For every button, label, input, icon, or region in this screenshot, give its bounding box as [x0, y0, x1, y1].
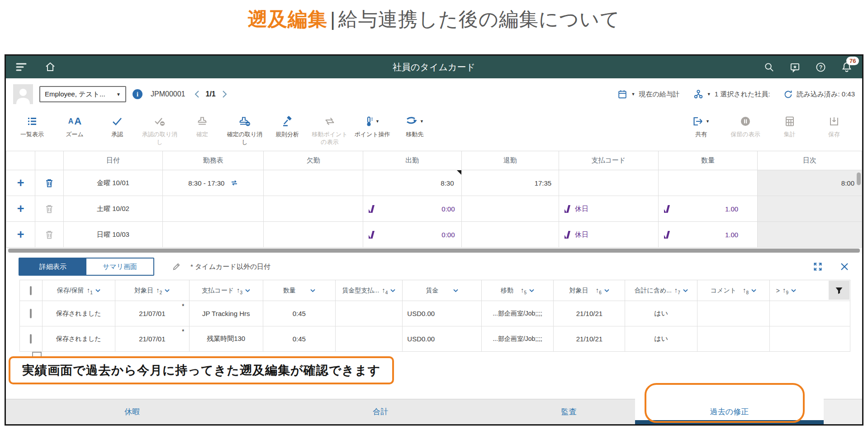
toolbar-item-totalize[interactable]: 集計 — [769, 115, 811, 139]
delete-row-button[interactable] — [35, 170, 63, 196]
selection-control[interactable]: ▼ 1 選択された社員: — [693, 89, 770, 99]
delete-row-button[interactable] — [35, 196, 63, 222]
vertical-scrollbar-thumb[interactable] — [857, 172, 861, 185]
toolbar-item-rule-analysis[interactable]: 規則分析 — [267, 115, 307, 139]
cell-paycode[interactable]: 休日 — [559, 222, 658, 248]
tab-totals[interactable]: 合計 — [258, 399, 503, 424]
chevron-down-icon[interactable] — [95, 289, 100, 292]
employee-selector[interactable]: Employee, テスト... ▼ — [39, 86, 126, 102]
col-quantity[interactable]: 数量 — [263, 280, 335, 301]
cell-paycode[interactable] — [559, 170, 658, 196]
tab-summary-view[interactable]: サマリ画面 — [86, 259, 153, 275]
cell-quantity[interactable]: 1.00 — [658, 222, 757, 248]
title-rest: 給与連携した後の編集について — [338, 8, 620, 30]
home-icon[interactable] — [45, 62, 56, 72]
close-icon[interactable] — [840, 263, 849, 271]
chevron-down-icon[interactable] — [310, 289, 315, 292]
row-checkbox[interactable] — [30, 309, 32, 318]
menu-icon[interactable] — [16, 62, 28, 72]
tab-audit[interactable]: 監査 — [503, 399, 635, 424]
filter-button[interactable] — [829, 281, 849, 300]
chevron-down-icon[interactable] — [791, 289, 796, 292]
cell-transfer: ...部企画室/Job;;;; — [481, 301, 554, 326]
col-comment[interactable]: コメント↑8 — [697, 280, 770, 301]
refresh-status[interactable]: 読み込み済み: 0:43 — [783, 90, 855, 99]
cell-date[interactable]: 土曜 10/02 — [63, 196, 162, 222]
chevron-down-icon[interactable] — [453, 289, 458, 292]
pager-prev-icon[interactable] — [194, 91, 199, 98]
chevron-down-icon[interactable] — [683, 289, 688, 292]
cell-date[interactable]: 日曜 10/03 — [63, 222, 162, 248]
correction-row: 保存されました 21/07/01* 残業時間130 0:45 USD0.00 .… — [20, 326, 850, 352]
col-transfer[interactable]: 移動↑5 — [481, 280, 554, 301]
toolbar-item-show-holds[interactable]: 保留の表示 — [725, 115, 766, 139]
info-icon[interactable]: i — [133, 89, 142, 99]
col-paycode[interactable]: 支払コード↑3 — [189, 280, 263, 301]
cell-absence[interactable] — [264, 196, 363, 222]
cell-absence[interactable] — [264, 222, 363, 248]
toolbar-item-remove-approval[interactable]: 承認の取り消し — [140, 115, 180, 146]
horizontal-scrollbar-thumb[interactable] — [8, 249, 860, 253]
cell-in[interactable]: 8:30 — [363, 170, 461, 196]
toolbar-item-point-operations[interactable]: ▼ ポイント操作 — [352, 115, 392, 139]
col-include-in-totals[interactable]: 合計に含め...↑7 — [625, 280, 697, 301]
cell-date[interactable]: 金曜 10/01 — [63, 170, 162, 196]
cell-quantity[interactable]: 1.00 — [658, 196, 757, 222]
chevron-down-icon[interactable] — [245, 289, 250, 292]
add-row-button[interactable]: + — [6, 196, 35, 222]
col-target-date-2[interactable]: 対象日↑6 — [554, 280, 625, 301]
chevron-down-icon[interactable] — [604, 289, 609, 292]
cell-schedule[interactable] — [163, 222, 264, 248]
select-all-checkbox[interactable] — [30, 286, 32, 295]
cell-target-date: 21/07/01* — [115, 326, 189, 352]
add-row-button[interactable]: + — [6, 222, 35, 248]
cell-paycode[interactable]: 休日 — [559, 196, 658, 222]
tab-vacation[interactable]: 休暇 — [6, 399, 258, 424]
timecard-row: + 日曜 10/03 0:00 休日 1.00 — [6, 222, 862, 248]
save-icon — [829, 115, 840, 128]
toolbar-item-show-move-points[interactable]: 移動ポイントの表示 — [310, 115, 350, 146]
cell-out[interactable]: 17:35 — [461, 170, 559, 196]
cell-schedule[interactable]: 8:30 - 17:30 — [163, 170, 264, 196]
chevron-down-icon[interactable] — [390, 289, 395, 292]
feedback-icon[interactable] — [790, 62, 800, 72]
horizontal-scrollbar[interactable] — [6, 248, 862, 254]
notifications-bell-icon[interactable]: 76 — [841, 62, 852, 72]
col-wage-type[interactable]: 賃金型支払...↑4 — [335, 280, 403, 301]
period-selector[interactable]: ▼ 現在の給与計 — [617, 89, 679, 99]
col-wage[interactable]: 賃金 — [403, 280, 481, 301]
cell-out[interactable] — [461, 196, 559, 222]
col-target-date[interactable]: 対象日↑2 — [115, 280, 189, 301]
chevron-down-icon[interactable] — [165, 289, 170, 292]
row-checkbox[interactable] — [30, 334, 32, 344]
help-icon[interactable]: ? — [816, 62, 826, 72]
search-icon[interactable] — [764, 62, 774, 72]
col-status[interactable]: 保存/保留↑1 — [42, 280, 115, 301]
cell-out[interactable] — [461, 222, 559, 248]
cell-quantity[interactable] — [658, 170, 757, 196]
cell-absence[interactable] — [264, 170, 363, 196]
chevron-down-icon[interactable] — [751, 289, 756, 292]
delete-row-button[interactable] — [35, 222, 63, 248]
tab-detail-view[interactable]: 詳細表示 — [19, 259, 86, 275]
delete-column-header — [35, 151, 63, 170]
toolbar-item-approve[interactable]: 承認 — [97, 115, 137, 139]
pause-circle-icon — [740, 115, 751, 128]
avatar — [13, 84, 33, 104]
toolbar-item-save[interactable]: 保存 — [813, 115, 855, 139]
cell-in[interactable]: 0:00 — [363, 222, 461, 248]
expand-icon[interactable] — [813, 262, 822, 271]
cell-in[interactable]: 0:00 — [363, 196, 461, 222]
toolbar-item-signoff[interactable]: 確定 — [182, 115, 222, 139]
toolbar-item-remove-signoff[interactable]: 確定の取り消し — [225, 115, 265, 146]
cell-schedule[interactable] — [163, 196, 264, 222]
toolbar-item-list-view[interactable]: 一覧表示 — [12, 115, 52, 139]
toolbar-item-move-to[interactable]: ▼ 移動先 — [395, 115, 435, 139]
tab-historical-corrections[interactable]: 過去の修正 — [635, 396, 823, 424]
annotation-callout: 実績画面で過去から今月に持ってきた遡及編集が確認できます — [9, 356, 394, 384]
add-row-button[interactable]: + — [6, 170, 35, 196]
pager-next-icon[interactable] — [222, 91, 227, 98]
toolbar-item-zoom[interactable]: AA ズーム — [55, 115, 95, 139]
chevron-down-icon[interactable] — [529, 289, 534, 292]
toolbar-item-share[interactable]: ▼ 共有 — [680, 115, 722, 139]
